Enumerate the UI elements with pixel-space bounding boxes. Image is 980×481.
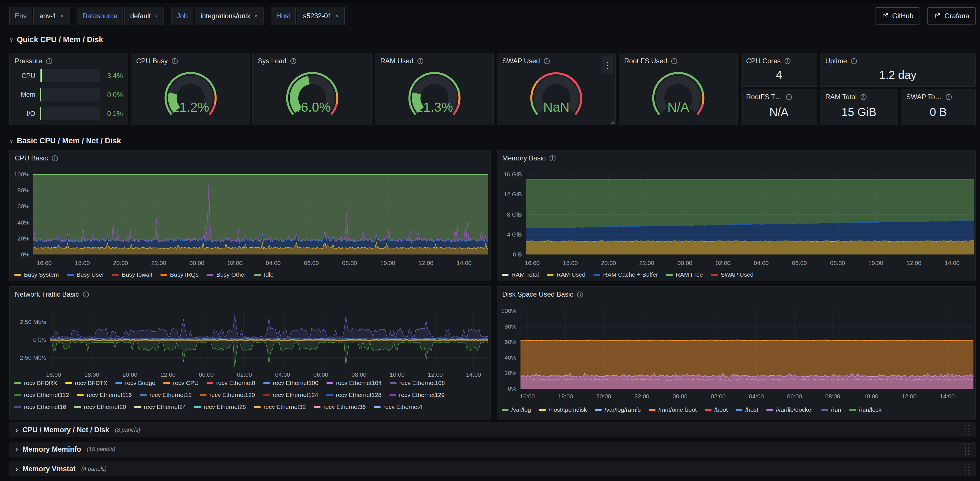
legend-item[interactable]: recv Ethernet100 [263,379,318,386]
legend-item[interactable]: /boot [705,406,728,413]
legend-item[interactable]: RAM Total [502,271,539,278]
panel-header[interactable]: RAM Usedi [380,57,423,65]
legend-item[interactable]: RAM Used [547,271,585,278]
info-icon[interactable]: i [52,155,58,161]
legend-item[interactable]: recv Ethernet32 [254,403,306,410]
legend-item[interactable]: Busy User [67,271,104,278]
legend-item[interactable]: recv Ethernet0 [207,379,255,386]
info-icon[interactable]: i [861,94,867,100]
panel-header[interactable]: SWAP To…i [906,93,952,101]
legend-item[interactable]: /host [735,406,758,413]
legend-item[interactable]: /var/log/ramfs [595,406,641,413]
row-header-0[interactable]: ∨Quick CPU / Mem / Disk [10,32,103,47]
legend-item[interactable]: recv Ethernet112 [14,392,69,398]
legend-item[interactable]: recv Ethernet108 [390,379,445,386]
legend-item[interactable]: recv Bridge [115,379,155,386]
legend-item[interactable]: Idle [254,271,274,278]
panel-header[interactable]: RAM Totali [825,93,867,101]
legend-item[interactable]: /run [821,406,841,413]
variable-label-job[interactable]: Job [171,7,193,25]
legend-label: recv Ethernet129 [399,392,445,398]
variable-dropdown-datasource[interactable]: default∨ [124,7,164,25]
legend-item[interactable]: recv BFDRX [14,379,57,386]
collapsed-row-4[interactable]: ›Memory Vmstat(4 panels) [10,461,976,476]
panel-header[interactable]: Memory Basici [502,154,555,162]
legend-item[interactable]: recv Ethernet128 [326,392,382,398]
info-icon[interactable]: i [946,94,952,100]
variable-dropdown-host[interactable]: s5232-01∨ [297,7,345,25]
row-header-1[interactable]: ∨Basic CPU / Mem / Net / Disk [10,134,121,148]
x-axis-tick: 06:00 [792,260,807,266]
link-button-github[interactable]: GitHub [875,7,920,24]
panel-resize-handle[interactable] [611,121,614,124]
legend-item[interactable]: recv Ethernet36 [313,403,366,410]
panel-menu-kebab-icon[interactable]: ⋮ [602,56,613,74]
info-icon[interactable]: i [417,58,423,64]
legend-item[interactable]: Busy Other [207,271,246,278]
y-axis-tick: 16 GiB [504,171,522,178]
link-button-grafana[interactable]: Grafana [927,7,976,24]
info-icon[interactable]: i [550,155,555,161]
legend-item[interactable]: recv CPU [163,379,199,386]
variable-label-datasource[interactable]: Datasource [77,7,123,25]
panel-header[interactable]: Sys Loadi [258,57,296,65]
info-icon[interactable]: i [851,58,857,64]
panel-header[interactable]: CPU Basici [15,154,58,162]
panel-header[interactable]: Root FS Usedi [624,57,677,65]
panel-header[interactable]: RootFS T…i [746,93,792,101]
variable-dropdown-job[interactable]: integrations/unix∨ [194,7,264,25]
legend-item[interactable]: RAM Free [666,271,703,278]
legend-item[interactable]: /var/log [502,406,531,413]
panel-header[interactable]: Network Traffic Basici [15,290,89,298]
legend-item[interactable]: recv Ethernet129 [390,392,445,398]
legend-item[interactable]: RAM Cache + Buffer [593,271,658,278]
panel-header[interactable]: SWAP Usedi [502,57,550,65]
legend-item[interactable]: recv Ethernet28 [194,403,246,410]
panel-header[interactable]: CPU Busyi [136,57,178,65]
panel-header[interactable]: Pressurei [15,57,52,65]
legend-item[interactable]: Busy System [14,271,59,278]
legend-item[interactable]: recv Ethernet16 [14,403,66,410]
panel-header[interactable]: CPU Coresi [746,57,791,65]
row-drag-handle[interactable] [965,463,969,475]
info-icon[interactable]: i [671,58,677,64]
info-icon[interactable]: i [577,291,583,298]
variable-label-env[interactable]: Env [10,7,32,25]
time-series-plot[interactable]: 100%80%60%40%20%0%16:0018:0020:0022:0000… [10,150,490,281]
panel-header[interactable]: Disk Space Used Basici [502,290,583,298]
row-drag-handle[interactable] [965,425,969,435]
legend-item[interactable]: recv Ethernet104 [326,379,382,386]
legend-item[interactable]: recv Ethernet116 [77,392,132,398]
panel-header[interactable]: Uptimei [825,57,857,65]
info-icon[interactable]: i [544,58,550,64]
collapsed-row-2[interactable]: ›CPU / Memory / Net / Disk(8 panels) [10,422,976,437]
info-icon[interactable]: i [46,58,52,64]
legend-item[interactable]: /var/lib/docker [766,406,813,413]
legend-item[interactable]: /host/tpcmdisk [539,406,587,413]
time-series-plot[interactable]: 2.50 Mb/s0 b/s-2.50 Mb/s16:0018:0020:002… [10,287,490,420]
time-series-plot[interactable]: 100%80%60%40%20%0%16:0018:0020:0022:0000… [497,287,975,420]
legend-item[interactable]: SWAP Used [711,271,754,278]
legend-item[interactable]: /mnt/onie-boot [649,406,697,413]
legend-item[interactable]: recv Ethernet120 [200,392,255,398]
legend-item[interactable]: recv BFDTX [65,379,107,386]
legend-item[interactable]: recv Ethernet124 [263,392,318,398]
panel-title: Pressure [15,57,42,65]
variable-label-host[interactable]: Host [271,7,296,25]
legend-item[interactable]: Busy IRQs [161,271,199,278]
legend-item[interactable]: /run/lock [849,406,881,413]
time-series-plot[interactable]: 16 GiB12 GiB8 GiB4 GiB0 B16:0018:0020:00… [497,150,975,281]
legend-item[interactable]: Busy Iowait [112,271,152,278]
legend-item[interactable]: recv Ethernet20 [74,403,126,410]
collapsed-row-3[interactable]: ›Memory Meminfo(15 panels) [10,442,976,457]
legend-item[interactable]: recv Ethernet24 [134,403,186,410]
info-icon[interactable]: i [290,58,296,64]
info-icon[interactable]: i [83,291,89,298]
info-icon[interactable]: i [784,58,791,64]
legend-item[interactable]: recv Ethernet4 [374,403,423,410]
info-icon[interactable]: i [786,94,792,100]
variable-dropdown-env[interactable]: env-1∨ [33,7,70,25]
info-icon[interactable]: i [172,58,178,64]
row-drag-handle[interactable] [965,444,969,455]
legend-item[interactable]: recv Ethernet12 [140,392,192,398]
